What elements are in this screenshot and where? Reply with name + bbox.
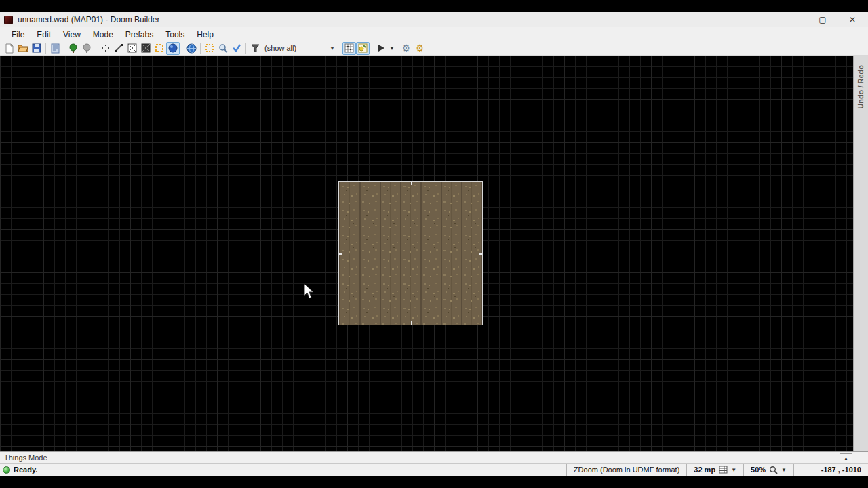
new-map-button[interactable] bbox=[3, 42, 16, 55]
grid-size-dropdown-icon: ▼ bbox=[731, 467, 736, 473]
check-icon bbox=[232, 44, 241, 52]
globe-icon bbox=[186, 43, 197, 54]
filter-funnel-icon bbox=[251, 44, 260, 53]
things-mode-button[interactable] bbox=[166, 42, 180, 55]
magnifier-icon bbox=[218, 43, 228, 53]
arrow-cursor-icon bbox=[304, 283, 316, 300]
dashed-box-icon bbox=[155, 43, 164, 53]
open-map-button[interactable] bbox=[16, 42, 30, 55]
menu-help[interactable]: Help bbox=[191, 28, 220, 41]
mode-bar: Things Mode ▲ bbox=[0, 451, 868, 463]
make-sectors-icon bbox=[141, 43, 151, 53]
combo-arrow-icon: ▼ bbox=[330, 45, 335, 52]
restore-button[interactable]: ▢ bbox=[816, 15, 829, 24]
test-map-dropdown[interactable]: ▼ bbox=[389, 45, 395, 52]
vertices-mode-button[interactable] bbox=[98, 42, 112, 55]
grid-size-icon bbox=[719, 466, 728, 474]
minimize-button[interactable]: – bbox=[787, 15, 799, 24]
brightness-mode-button[interactable] bbox=[153, 42, 166, 55]
gear-gray-icon: ⚙ bbox=[402, 43, 411, 53]
main-area: Undo / Redo bbox=[0, 56, 868, 451]
map-analysis-button[interactable] bbox=[230, 42, 243, 55]
undo-redo-dock-tab[interactable]: Undo / Redo bbox=[853, 56, 868, 451]
play-icon bbox=[377, 44, 385, 52]
menu-file[interactable]: File bbox=[5, 28, 31, 41]
linedef-tick-right bbox=[479, 253, 482, 255]
make-sectors-mode-button[interactable] bbox=[139, 42, 153, 55]
grid-size-value: 32 mp bbox=[694, 466, 715, 474]
game-configurations-button[interactable]: ⚙ bbox=[399, 42, 413, 55]
zoom-dropdown-icon: ▼ bbox=[781, 467, 787, 473]
open-folder-icon bbox=[18, 43, 28, 53]
script-icon bbox=[51, 43, 60, 54]
title-bar: unnamed.wad (MAP01) - Doom Builder – ▢ ✕ bbox=[0, 12, 868, 27]
tree-icon bbox=[68, 43, 78, 54]
sectors-mode-icon bbox=[127, 43, 137, 53]
preferences-button[interactable]: ⚙ bbox=[413, 42, 427, 55]
grid-size-section[interactable]: 32 mp ▼ bbox=[686, 464, 743, 476]
snap-to-grid-toggle[interactable] bbox=[342, 42, 356, 55]
vertices-mode-icon bbox=[100, 43, 110, 53]
menu-view[interactable]: View bbox=[57, 28, 87, 41]
map-format-label: ZDoom (Doom in UDMF format) bbox=[574, 466, 679, 474]
linedefs-mode-button[interactable] bbox=[112, 42, 125, 55]
things-filter-value: (show all) bbox=[264, 44, 296, 52]
doom-builder-window: unnamed.wad (MAP01) - Doom Builder – ▢ ✕… bbox=[0, 12, 868, 476]
window-title: unnamed.wad (MAP01) - Doom Builder bbox=[18, 15, 159, 24]
zoom-section[interactable]: 50% ▼ bbox=[743, 464, 793, 476]
things-tree-gray-button[interactable] bbox=[80, 42, 94, 55]
visual-mode-button[interactable] bbox=[184, 42, 198, 55]
menu-mode[interactable]: Mode bbox=[87, 28, 119, 41]
script-editor-button[interactable] bbox=[48, 42, 62, 55]
status-ready-icon bbox=[3, 466, 10, 474]
save-floppy-icon bbox=[32, 43, 41, 53]
tree-gray-icon bbox=[82, 43, 92, 54]
merge-geometry-icon bbox=[358, 43, 368, 53]
find-replace-button[interactable] bbox=[216, 42, 230, 55]
mouse-cursor bbox=[304, 283, 316, 302]
cursor-coordinates: -187 , -1010 bbox=[793, 464, 868, 476]
map-sector[interactable] bbox=[338, 181, 483, 325]
menu-tools[interactable]: Tools bbox=[159, 28, 191, 41]
zoom-value: 50% bbox=[751, 466, 766, 474]
linedef-tick-bottom bbox=[411, 321, 412, 325]
gear-orange-icon: ⚙ bbox=[416, 43, 425, 53]
menu-prefabs[interactable]: Prefabs bbox=[119, 28, 159, 41]
things-filter-button[interactable] bbox=[248, 42, 262, 55]
sectors-mode-button[interactable] bbox=[125, 42, 139, 55]
linedef-tick-top bbox=[411, 182, 412, 185]
toolbar: (show all) ▼ ▼ ⚙ ⚙ bbox=[0, 41, 868, 56]
close-button[interactable]: ✕ bbox=[846, 15, 859, 24]
status-text: Ready. bbox=[14, 466, 37, 474]
edit-selection-button[interactable] bbox=[203, 42, 216, 55]
map-canvas[interactable] bbox=[0, 56, 853, 451]
things-filter-select[interactable]: (show all) ▼ bbox=[262, 42, 338, 54]
zoom-magnifier-icon bbox=[769, 466, 778, 474]
linedef-tick-left bbox=[339, 253, 342, 255]
save-map-button[interactable] bbox=[30, 42, 43, 55]
app-icon bbox=[4, 16, 13, 24]
menu-edit[interactable]: Edit bbox=[31, 28, 57, 41]
things-tree-button[interactable] bbox=[66, 42, 80, 55]
map-format-section: ZDoom (Doom in UDMF format) bbox=[566, 464, 686, 476]
test-map-button[interactable] bbox=[374, 42, 388, 55]
undo-redo-label: Undo / Redo bbox=[856, 65, 865, 109]
selection-box-icon bbox=[205, 43, 214, 53]
things-mode-icon bbox=[168, 43, 178, 53]
menu-bar: File Edit View Mode Prefabs Tools Help bbox=[0, 27, 868, 41]
status-bar: Ready. ZDoom (Doom in UDMF format) 32 mp… bbox=[0, 463, 868, 476]
sector-floor-texture bbox=[339, 182, 482, 325]
current-mode-label: Things Mode bbox=[4, 453, 47, 462]
auto-merge-toggle[interactable] bbox=[356, 42, 370, 55]
expand-info-panel-button[interactable]: ▲ bbox=[840, 453, 852, 462]
linedefs-mode-icon bbox=[114, 43, 123, 53]
grid-snap-icon bbox=[344, 43, 354, 53]
new-file-icon bbox=[5, 43, 14, 54]
